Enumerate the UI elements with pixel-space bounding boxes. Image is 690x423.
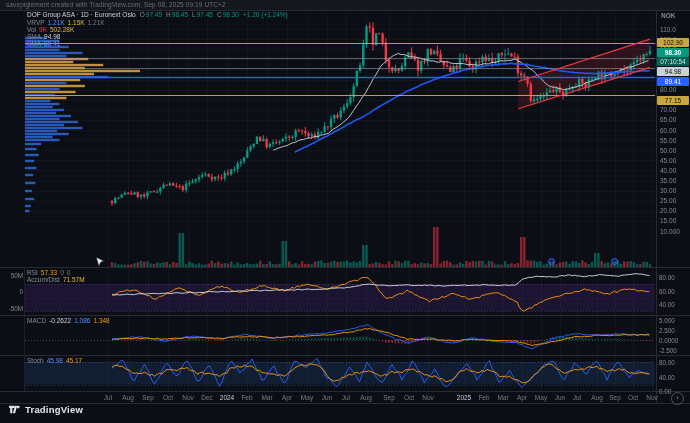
legend-value: SMA <box>27 33 41 40</box>
tradingview-logo-text: TradingView <box>25 404 83 415</box>
legend-value: MACD <box>27 317 46 324</box>
price-tag-light: 94.98 <box>657 67 689 76</box>
time-axis-label: Jun <box>322 394 332 401</box>
time-axis-label: Oct <box>404 394 414 401</box>
time-axis-label: 2024 <box>220 394 234 401</box>
time-axis-label: Jul <box>104 394 112 401</box>
indicator-legend-row[interactable]: SMA94.98 <box>27 33 63 40</box>
pane-legend-macd_row[interactable]: MACD-0.26221.0861.348 <box>27 317 113 324</box>
ohlc-part: 97.45 <box>146 11 162 18</box>
price-tick-label: 25.00 <box>660 197 676 204</box>
macd-scale-label: 2.500 <box>659 327 675 334</box>
legend-value: 1.21K <box>48 19 65 26</box>
price-tick-label: 110.0 <box>660 26 676 33</box>
pane-legend-stoch_row[interactable]: Stoch45.9845.17 <box>27 357 85 364</box>
ohlc-part: L <box>192 11 196 18</box>
tradingview-chart: savepiglement created with TradingView.c… <box>0 0 690 423</box>
time-axis-label: Aug <box>122 394 134 401</box>
rsi-scale-label: 80.00 <box>659 274 675 281</box>
price-tick-label: 40.00 <box>660 167 676 174</box>
event-marker[interactable] <box>611 258 618 265</box>
legend-value: Accum/Dist <box>27 276 60 283</box>
stoch-scale-label: 0.00 <box>659 388 671 395</box>
time-axis-label: Sep <box>142 394 154 401</box>
legend-value: Vol <box>27 26 36 33</box>
time-axis-label: Nov <box>182 394 194 401</box>
time-axis-label: Apr <box>282 394 292 401</box>
macd-scale-label: -2.500 <box>659 347 677 354</box>
macd-scale-label: 0.0000 <box>659 337 678 344</box>
ohlc-part: +1.20 (+1.24%) <box>243 11 288 18</box>
legend-value: RSI <box>27 269 38 276</box>
indicator-legend-row[interactable]: VRVP1.21K1.15K1.21K <box>27 19 108 26</box>
legend-value: 57.33 <box>41 269 57 276</box>
legend-value: 1.348 <box>93 317 109 324</box>
currency-label: NOK <box>661 12 675 19</box>
legend-value: 45.17 <box>66 357 82 364</box>
legend-value: 94.98 <box>44 33 60 40</box>
legend-value: 45.98 <box>47 357 63 364</box>
event-marker[interactable] <box>548 258 555 265</box>
time-axis-label: May <box>535 394 547 401</box>
go-to-realtime-button[interactable]: › <box>671 392 684 405</box>
legend-value: 71.57M <box>63 276 85 283</box>
ohlc-part: 98.45 <box>172 11 188 18</box>
price-tick-label: 55.00 <box>660 137 676 144</box>
ohlc-part: H <box>166 11 171 18</box>
price-tag-yellow: 102.90 <box>657 38 689 47</box>
time-axis-label: Jun <box>555 394 565 401</box>
price-tag-blue: 89.41 <box>657 77 689 86</box>
price-tick-label: 20.00 <box>660 207 676 214</box>
ohlc-part: O <box>140 11 145 18</box>
chart-canvas[interactable] <box>0 0 690 423</box>
left-scale-label: -50M <box>3 305 23 312</box>
price-tick-label: 80.00 <box>660 86 676 93</box>
time-axis-label: Sep <box>383 394 395 401</box>
legend-value: Stoch <box>27 357 44 364</box>
time-axis-label: Oct <box>163 394 173 401</box>
price-tick-label: 15.00 <box>660 217 676 224</box>
ohlc-values: O97.45H98.45L97.45C98.30+1.20 (+1.24%) <box>140 11 292 18</box>
legend-value: 0 <box>60 269 64 276</box>
time-axis-label: Mar <box>497 394 508 401</box>
price-tick-label: 10.000 <box>660 228 680 235</box>
ohlc-part: 98.30 <box>223 11 239 18</box>
price-tick-label: 35.00 <box>660 177 676 184</box>
time-axis-label: May <box>301 394 313 401</box>
time-axis-label: 2025 <box>457 394 471 401</box>
time-axis-label: Apr <box>517 394 527 401</box>
indicator-legend-row[interactable]: Vol9K502.28K <box>27 26 77 33</box>
tradingview-logo-icon <box>8 403 21 416</box>
pane-legend-ad_row[interactable]: Accum/Dist71.57M <box>27 276 88 283</box>
stoch-scale-label: 80.00 <box>659 359 675 366</box>
symbol-legend[interactable]: DOF Group ASA · 1D · Euronext OsloO97.45… <box>27 11 292 18</box>
ohlc-part: 97.45 <box>197 11 213 18</box>
time-axis-label: Aug <box>360 394 372 401</box>
time-axis-label: Jul <box>342 394 350 401</box>
tradingview-logo[interactable]: TradingView <box>8 403 83 416</box>
legend-value: 1.21K <box>88 19 105 26</box>
price-tick-label: 70.00 <box>660 106 676 113</box>
rsi-scale-label: 60.00 <box>659 288 675 295</box>
price-tick-label: 30.00 <box>660 187 676 194</box>
ohlc-part: C <box>217 11 222 18</box>
pane-legend-rsi_row[interactable]: RSI57.3300 <box>27 269 73 276</box>
time-axis-label: Feb <box>478 394 489 401</box>
time-axis-label: Jul <box>573 394 581 401</box>
time-axis-label: Mar <box>261 394 272 401</box>
price-tick-label: 50.00 <box>660 147 676 154</box>
legend-value: VRVP <box>27 19 45 26</box>
time-axis-label: Nov <box>646 394 658 401</box>
legend-value: SMA <box>27 40 41 47</box>
macd-scale-label: 5.000 <box>659 317 675 324</box>
price-tag-symbol: 98.30 <box>657 48 689 57</box>
symbol-title: DOF Group ASA · 1D · Euronext Oslo <box>27 11 136 18</box>
indicator-legend-row[interactable]: SMA89.41 <box>27 40 63 47</box>
price-tick-label: 45.00 <box>660 157 676 164</box>
legend-value: 0 <box>67 269 71 276</box>
price-tick-label: 60.00 <box>660 127 676 134</box>
time-axis-label: Dec <box>201 394 213 401</box>
left-scale-label: 0 <box>3 288 23 295</box>
stoch-scale-label: 40.00 <box>659 374 675 381</box>
legend-value: 89.41 <box>44 40 60 47</box>
